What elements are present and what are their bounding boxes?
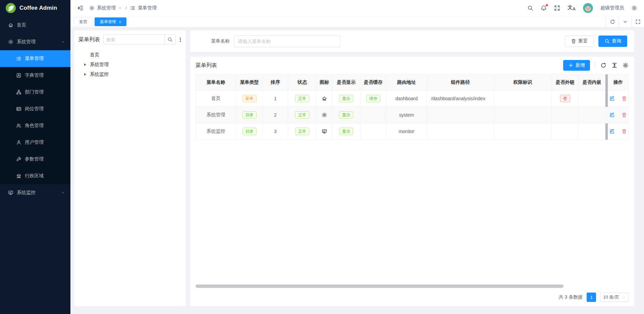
tree-item-system-management[interactable]: 系统管理 <box>78 60 181 69</box>
table-vertical-scrollbar[interactable] <box>605 74 608 90</box>
trash-icon <box>622 129 627 134</box>
breadcrumb-level2: 菜单管理 <box>138 5 157 11</box>
search-button[interactable] <box>527 5 533 11</box>
tab-home[interactable]: 首页 <box>74 17 93 26</box>
sidebar-item-user-management[interactable]: 用户管理 <box>0 134 70 151</box>
breadcrumb-level1[interactable]: 系统管理 <box>97 5 116 11</box>
chevron-down-icon[interactable] <box>118 6 122 10</box>
sidebar-item-dict-management[interactable]: 字典管理 <box>0 67 70 84</box>
sidebar-item-param-management[interactable]: 参数管理 <box>0 151 70 168</box>
username[interactable]: 超级管理员 <box>600 5 624 11</box>
user-icon <box>16 140 21 145</box>
tree-item-label: 系统监控 <box>90 71 109 77</box>
notifications-button[interactable] <box>541 5 547 11</box>
tree-more-button[interactable] <box>179 37 181 43</box>
cell-route: system <box>386 107 427 123</box>
delete-button[interactable] <box>622 96 627 101</box>
delete-button[interactable] <box>622 112 627 118</box>
sidebar-item-home[interactable]: 首页 <box>0 17 70 34</box>
col-status: 状态 <box>288 74 317 90</box>
tree-search-input[interactable] <box>103 35 164 45</box>
sidebar-item-label: 行政区域 <box>25 173 44 179</box>
sidebar-item-label: 岗位管理 <box>25 106 44 112</box>
tab-list-dropdown-button[interactable] <box>619 16 631 27</box>
type-tag: 目录 <box>243 111 257 119</box>
page-number-button[interactable]: 1 <box>587 293 596 302</box>
cell-status: 正常 <box>288 90 317 107</box>
sidebar-item-post-management[interactable]: 岗位管理 <box>0 101 70 117</box>
tree-item-system-monitor[interactable]: 系统监控 <box>78 69 181 79</box>
fullscreen-icon <box>554 5 560 11</box>
tree-item-home[interactable]: 首页 <box>78 50 181 60</box>
add-button[interactable]: 新增 <box>563 60 590 71</box>
caret-right-icon[interactable] <box>84 73 86 76</box>
column-settings-button[interactable] <box>623 62 629 68</box>
gear-icon <box>623 62 629 68</box>
sidebar-item-system-monitor[interactable]: 系统监控 <box>0 184 70 201</box>
edit-button[interactable] <box>609 129 615 134</box>
sidebar-item-label: 系统管理 <box>17 39 36 45</box>
refresh-table-button[interactable] <box>600 62 606 68</box>
sidebar-item-label: 字典管理 <box>25 72 44 78</box>
page-size-select[interactable]: 10 条/页 <box>600 293 629 302</box>
sidebar-item-system-management[interactable]: 系统管理 <box>0 34 70 50</box>
cell-visible: 显示 <box>332 123 360 140</box>
breadcrumb: 系统管理 / 菜单管理 <box>89 5 157 11</box>
table-row[interactable]: 系统监控 目录 3 正常 显示 monitor <box>196 123 629 140</box>
tree-item-label: 首页 <box>90 52 99 58</box>
cell-status: 正常 <box>288 107 317 123</box>
menu-name-input[interactable] <box>234 35 340 47</box>
table-vertical-scrollbar[interactable] <box>605 123 608 140</box>
search-button[interactable]: 查询 <box>598 36 627 47</box>
table-vertical-scrollbar[interactable] <box>605 90 608 107</box>
cell-route: dashboard <box>386 90 427 107</box>
sidebar-item-label: 菜单管理 <box>25 56 44 62</box>
visible-tag: 显示 <box>339 128 353 135</box>
breadcrumb-separator: / <box>125 5 127 11</box>
tree-panel-header: 菜单列表 <box>78 35 181 45</box>
col-menu-name: 菜单名称 <box>196 74 236 90</box>
reset-button[interactable]: 重置 <box>565 36 594 47</box>
tab-menu-management[interactable]: 菜单管理 x <box>95 17 126 26</box>
caret-right-icon[interactable] <box>84 63 86 66</box>
avatar[interactable] <box>583 3 593 13</box>
pagination: 共 3 条数据 1 10 条/页 <box>196 291 629 306</box>
tab-label: 首页 <box>79 19 87 25</box>
table-row[interactable]: 系统管理 目录 2 正常 显示 system <box>196 107 629 123</box>
table-row[interactable]: 首页 菜单 1 正常 显示 缓存 dashboard /dashboard/an… <box>196 90 629 107</box>
trash-icon <box>571 39 576 44</box>
list-icon <box>130 5 136 11</box>
type-tag: 菜单 <box>243 95 257 102</box>
settings-button[interactable] <box>631 5 637 11</box>
cell-embedded <box>579 123 605 140</box>
toolbar-divider <box>595 62 595 68</box>
external-tag: 否 <box>560 95 570 102</box>
edit-icon <box>609 96 615 101</box>
cell-cache: 缓存 <box>360 90 386 107</box>
sidebar-item-menu-management[interactable]: 菜单管理 <box>0 50 70 67</box>
tabbar-controls <box>606 16 644 27</box>
sidebar-item-role-management[interactable]: 角色管理 <box>0 117 70 134</box>
horizontal-scrollbar-thumb[interactable] <box>196 285 564 288</box>
content-fullscreen-button[interactable] <box>631 16 644 27</box>
fullscreen-button[interactable] <box>554 5 560 11</box>
chevron-down-icon <box>623 19 628 24</box>
edit-icon <box>609 112 615 118</box>
tree-search-button[interactable] <box>164 35 176 45</box>
sidebar-item-dept-management[interactable]: 部门管理 <box>0 84 70 101</box>
chevron-down-icon <box>61 191 65 195</box>
table-vertical-scrollbar[interactable] <box>605 107 608 123</box>
col-permission: 权限标识 <box>494 74 552 90</box>
edit-button[interactable] <box>609 112 615 118</box>
delete-button[interactable] <box>622 129 627 134</box>
sidebar-collapse-button[interactable] <box>77 5 83 11</box>
tab-close-icon[interactable]: x <box>119 20 121 24</box>
refresh-tab-button[interactable] <box>606 16 619 27</box>
language-button[interactable]: 文A <box>568 5 576 11</box>
row-height-button[interactable] <box>611 62 618 68</box>
sidebar-item-label: 系统监控 <box>17 190 36 196</box>
sidebar-item-label: 用户管理 <box>25 139 44 145</box>
edit-button[interactable] <box>609 96 615 101</box>
table-card: 菜单列表 新增 <box>190 57 634 306</box>
sidebar-item-admin-region[interactable]: 行政区域 <box>0 168 70 184</box>
